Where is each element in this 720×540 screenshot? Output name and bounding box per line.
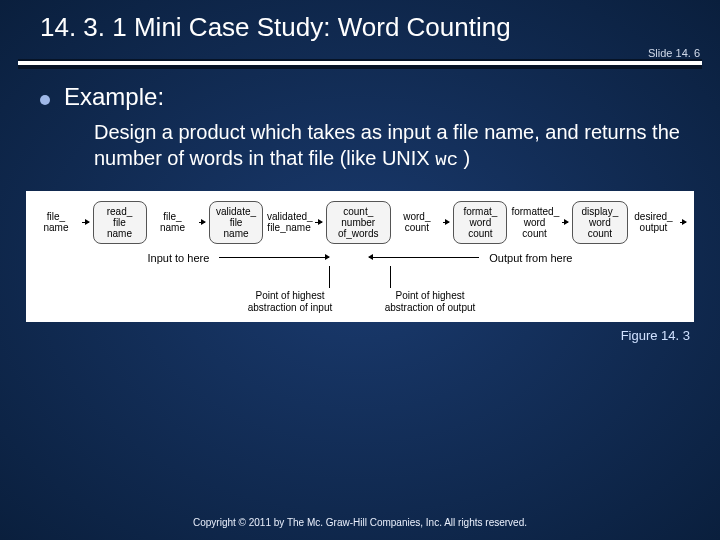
arrow-label-1: file_ name bbox=[151, 211, 195, 233]
content-area: Example: Design a product which takes as… bbox=[0, 65, 720, 173]
flow-row: file_ name read_ file name file_ name va… bbox=[34, 201, 686, 244]
slide-number: Slide 14. 6 bbox=[0, 47, 720, 59]
arrow-label-5: desired_ output bbox=[632, 211, 676, 233]
slide-title: 14. 3. 1 Mini Case Study: Word Counting bbox=[0, 0, 720, 49]
copyright-text: Copyright © 2011 by The Mc. Graw-Hill Co… bbox=[0, 517, 720, 528]
flow-box-3: format_ word count bbox=[453, 201, 507, 244]
bullet-row: Example: bbox=[40, 83, 680, 111]
diagram: file_ name read_ file name file_ name va… bbox=[26, 191, 694, 322]
flow-box-4: display_ word count bbox=[572, 201, 627, 244]
body-prefix: Design a product which takes as input a … bbox=[94, 121, 680, 169]
vline-left bbox=[329, 266, 330, 288]
arrow-icon bbox=[443, 222, 450, 223]
arrow-icon bbox=[562, 222, 569, 223]
flow-box-1: validate_ file name bbox=[209, 201, 263, 244]
arrow-icon bbox=[199, 222, 206, 223]
arrow-label-4: formatted_ word count bbox=[511, 206, 557, 239]
io-row: Input to here Output from here bbox=[34, 252, 686, 264]
input-arrow-icon bbox=[219, 257, 329, 258]
flow-box-2: count_ number of_words bbox=[326, 201, 391, 244]
input-label: Input to here bbox=[148, 252, 210, 264]
bullet-label: Example: bbox=[64, 83, 164, 111]
body-suffix: ) bbox=[458, 147, 470, 169]
arrow-label-2: validated_ file_name bbox=[267, 211, 311, 233]
body-paragraph: Design a product which takes as input a … bbox=[94, 119, 680, 173]
figure-caption: Figure 14. 3 bbox=[0, 328, 720, 343]
abstraction-left: Point of highest abstraction of input bbox=[235, 290, 345, 314]
output-arrow-icon bbox=[369, 257, 479, 258]
arrow-label-3: word_ count bbox=[395, 211, 439, 233]
arrow-icon bbox=[680, 222, 687, 223]
bullet-icon bbox=[40, 95, 50, 105]
arrow-label-0: file_ name bbox=[34, 211, 78, 233]
flow-box-0: read_ file name bbox=[93, 201, 147, 244]
output-label: Output from here bbox=[489, 252, 572, 264]
abstraction-row: Point of highest abstraction of input Po… bbox=[34, 290, 686, 314]
arrow-icon bbox=[82, 222, 89, 223]
vline-right bbox=[390, 266, 391, 288]
arrow-icon bbox=[315, 222, 322, 223]
abstraction-right: Point of highest abstraction of output bbox=[375, 290, 485, 314]
vline-row bbox=[34, 266, 686, 288]
body-mono: wc bbox=[435, 149, 458, 171]
